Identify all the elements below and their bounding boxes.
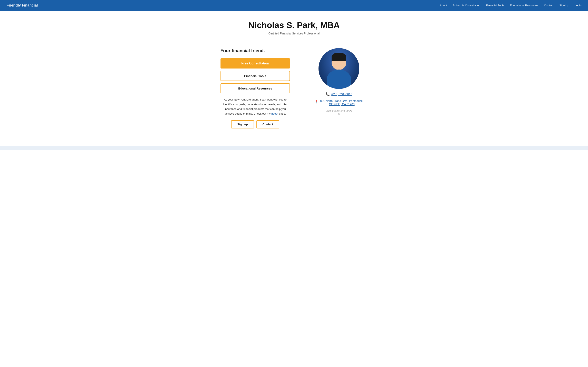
tagline: Your financial friend.	[221, 48, 290, 53]
avatar	[319, 48, 359, 89]
portrait-image	[319, 48, 359, 89]
nav-schedule[interactable]: Schedule Consultation	[453, 4, 480, 7]
chevron-down-icon: ∨	[337, 112, 340, 116]
left-column: Your financial friend. Free Consultation…	[221, 48, 290, 128]
nav-financial-tools[interactable]: Financial Tools	[486, 4, 504, 7]
right-column: 📞 (818) 731-8616 📍 801 North Brand Blvd,…	[310, 48, 367, 116]
financial-tools-button[interactable]: Financial Tools	[221, 71, 290, 81]
nav-contact[interactable]: Contact	[544, 4, 553, 7]
signup-button[interactable]: Sign up	[231, 120, 254, 128]
educational-resources-button[interactable]: Educational Resources	[221, 83, 290, 93]
free-consultation-button[interactable]: Free Consultation	[221, 58, 290, 68]
about-link[interactable]: about	[271, 112, 278, 115]
nav-about[interactable]: About	[440, 4, 447, 7]
main-content: Your financial friend. Free Consultation…	[182, 38, 406, 138]
nav-brand[interactable]: Friendly Financial	[7, 3, 38, 8]
action-buttons: Sign up Contact	[221, 120, 290, 128]
location-icon: 📍	[314, 100, 319, 104]
contact-button[interactable]: Contact	[256, 120, 279, 128]
nav-links: About Schedule Consultation Financial To…	[440, 3, 581, 7]
contact-phone: 📞 (818) 731-8616	[326, 92, 352, 96]
description-text: As your New York Life agent, I can work …	[221, 98, 290, 116]
portrait-hair	[332, 53, 346, 61]
navbar: Friendly Financial About Schedule Consul…	[0, 0, 588, 11]
view-details[interactable]: View details and hours ∨	[326, 109, 352, 116]
nav-signup[interactable]: Sign Up	[559, 4, 569, 7]
hero-name: Nicholas S. Park, MBA	[3, 20, 585, 30]
phone-icon: 📞	[326, 92, 330, 96]
footer-strip	[0, 146, 588, 150]
address-link[interactable]: 801 North Brand Blvd, Penthouse, Glendal…	[320, 99, 363, 106]
nav-educational-resources[interactable]: Educational Resources	[510, 4, 538, 7]
hero-section: Nicholas S. Park, MBA Certified Financia…	[0, 11, 588, 38]
hero-subtitle: Certified Financial Services Professiona…	[3, 32, 585, 35]
nav-login[interactable]: Login	[575, 4, 581, 7]
phone-number-link[interactable]: (818) 731-8616	[331, 92, 352, 96]
view-details-label: View details and hours	[326, 109, 352, 112]
contact-address: 📍 801 North Brand Blvd, Penthouse, Glend…	[314, 99, 363, 106]
